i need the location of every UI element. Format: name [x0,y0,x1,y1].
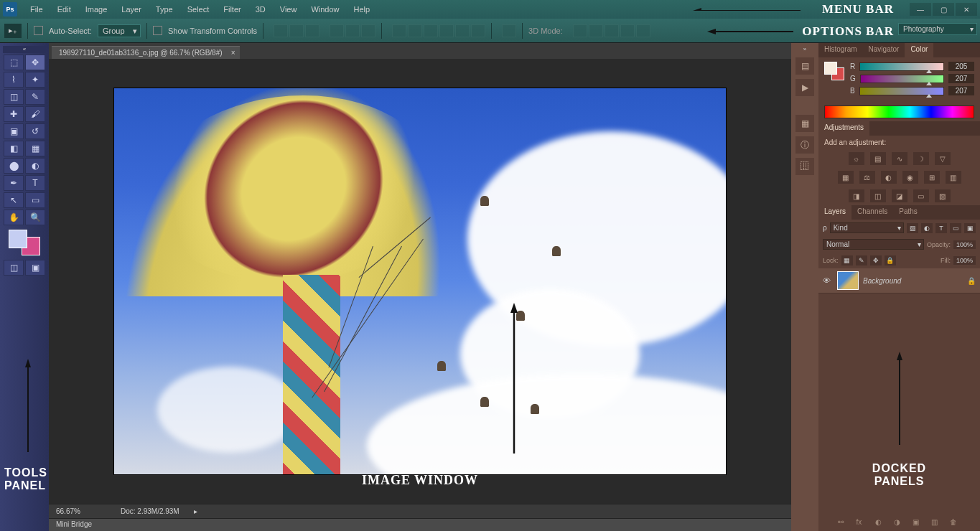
lookup-adjustment-icon[interactable]: ▥ [946,171,961,184]
screenmode-tool-icon[interactable]: ▣ [25,260,45,276]
fill-value[interactable]: 100% [953,256,976,265]
lock-position-icon[interactable]: ✥ [870,255,882,266]
distribute-right-icon[interactable] [471,24,485,37]
channel-mixer-adjustment-icon[interactable]: ⊞ [924,171,940,184]
move-tool-icon[interactable]: ✥ [25,55,45,70]
properties-panel-icon[interactable]: ⿲ [795,158,814,175]
fx-icon[interactable]: fx [857,518,868,528]
hue-adjustment-icon[interactable]: ▦ [838,171,854,184]
photo-filter-adjustment-icon[interactable]: ◉ [902,171,918,184]
distribute-left-icon[interactable] [439,24,454,37]
3d-pan-icon[interactable] [605,24,619,37]
menu-select[interactable]: Select [180,2,217,17]
healing-brush-tool-icon[interactable]: ✚ [4,106,24,122]
auto-select-dropdown[interactable]: Group [98,24,141,37]
menu-type[interactable]: Type [149,2,180,17]
tab-channels[interactable]: Channels [851,205,893,220]
3d-orbit-icon[interactable] [573,24,587,37]
tab-histogram[interactable]: Histogram [818,43,863,57]
menu-file[interactable]: File [23,2,50,17]
show-transform-checkbox[interactable] [153,26,162,35]
exposure-adjustment-icon[interactable]: ☽ [913,152,929,165]
lasso-tool-icon[interactable]: ⌇ [4,72,24,88]
quickmask-tool-icon[interactable]: ◫ [4,260,24,276]
shape-tool-icon[interactable]: ▭ [25,192,45,208]
move-tool-indicator-icon[interactable]: ▸₊ [4,24,22,38]
distribute-hcenter-icon[interactable] [455,24,470,37]
menu-layer[interactable]: Layer [114,2,149,17]
delete-layer-icon[interactable]: 🗑 [950,518,961,528]
auto-align-icon[interactable] [502,24,516,37]
lock-transparency-icon[interactable]: ▦ [841,255,853,266]
new-group-icon[interactable]: ▣ [913,518,924,528]
status-flyout-icon[interactable]: ▸ [194,507,197,515]
invert-adjustment-icon[interactable]: ◨ [849,189,864,202]
marquee-tool-icon[interactable]: ⬚ [4,55,24,70]
filter-smart-icon[interactable]: ▣ [964,223,976,233]
canvas-area[interactable]: IMAGE WINDOW [49,59,791,504]
foreground-color-swatch[interactable] [9,230,27,248]
tab-adjustments[interactable]: Adjustments [818,121,869,136]
color-spectrum[interactable] [824,105,974,118]
filter-type-icon[interactable]: T [935,223,947,233]
tab-color[interactable]: Color [905,43,933,57]
curves-adjustment-icon[interactable]: ∿ [892,152,907,165]
distribute-top-icon[interactable] [392,24,406,37]
3d-slide-icon[interactable] [620,24,635,37]
opacity-value[interactable]: 100% [953,240,976,249]
history-brush-tool-icon[interactable]: ↺ [25,123,45,139]
brush-tool-icon[interactable]: 🖌 [25,106,45,122]
blend-mode-dropdown[interactable]: Normal [823,239,924,250]
align-top-icon[interactable] [274,24,288,37]
menu-view[interactable]: View [273,2,304,17]
blur-tool-icon[interactable]: ⬤ [4,158,24,174]
visibility-icon[interactable]: 👁 [823,276,833,285]
pen-tool-icon[interactable]: ✒ [4,175,24,191]
r-slider[interactable] [859,62,944,71]
eyedropper-tool-icon[interactable]: ✎ [25,89,45,105]
mini-bridge-tab[interactable]: Mini Bridge [49,518,791,531]
layer-name[interactable]: Background [863,277,963,285]
mini-swatches[interactable] [824,62,844,80]
filter-adjust-icon[interactable]: ◐ [921,223,933,233]
type-tool-icon[interactable]: T [25,175,45,191]
align-bottom-icon[interactable] [305,24,319,37]
lock-icon[interactable]: 🔒 [967,277,976,285]
layers-filter-dropdown[interactable]: Kind [830,222,904,233]
new-layer-icon[interactable]: ▥ [931,518,943,528]
align-left-icon[interactable] [330,24,344,37]
menu-help[interactable]: Help [347,2,378,17]
layer-row[interactable]: 👁 Background 🔒 [818,268,980,293]
minimize-button[interactable]: — [910,3,931,16]
distribute-bottom-icon[interactable] [424,24,438,37]
zoom-tool-icon[interactable]: 🔍 [25,210,45,225]
distribute-vcenter-icon[interactable] [408,24,422,37]
lock-pixels-icon[interactable]: ✎ [856,255,867,266]
gradient-tool-icon[interactable]: ▦ [25,141,45,156]
filter-pixel-icon[interactable]: ▧ [907,223,918,233]
path-selection-tool-icon[interactable]: ↖ [4,192,24,208]
link-layers-icon[interactable]: ⚯ [838,518,849,528]
dodge-tool-icon[interactable]: ◐ [25,158,45,174]
close-button[interactable]: ✕ [956,3,977,16]
align-right-icon[interactable] [361,24,375,37]
brightness-adjustment-icon[interactable]: ☼ [849,152,864,165]
workspace-dropdown[interactable]: Photography [898,23,977,35]
posterize-adjustment-icon[interactable]: ◫ [870,189,886,202]
g-value[interactable]: 207 [948,74,974,83]
menu-filter[interactable]: Filter [216,2,248,17]
doc-size-label[interactable]: Doc: 2.93M/2.93M [121,507,179,515]
lock-all-icon[interactable]: 🔒 [885,255,896,266]
tab-paths[interactable]: Paths [893,205,923,220]
menu-edit[interactable]: Edit [50,2,78,17]
mini-fg-swatch[interactable] [824,62,837,75]
hand-tool-icon[interactable]: ✋ [4,210,24,225]
r-value[interactable]: 205 [948,62,974,71]
align-hcenter-icon[interactable] [345,24,360,37]
align-vcenter-icon[interactable] [289,24,304,37]
maximize-button[interactable]: ▢ [933,3,954,16]
3d-roll-icon[interactable] [589,24,603,37]
menu-image[interactable]: Image [78,2,115,17]
filter-shape-icon[interactable]: ▭ [950,223,961,233]
threshold-adjustment-icon[interactable]: ◪ [892,189,907,202]
